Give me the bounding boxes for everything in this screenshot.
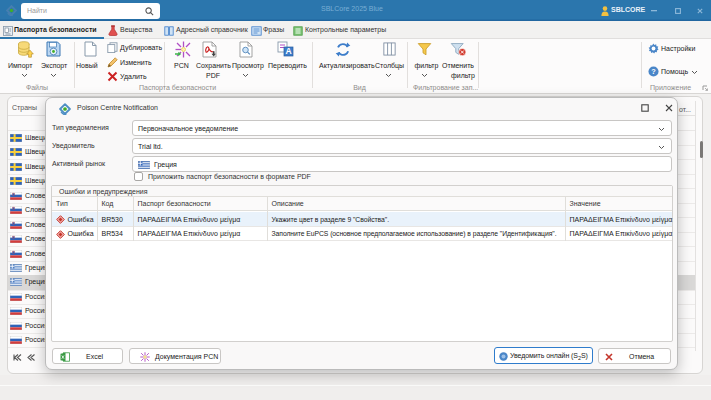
svg-text:?: ? bbox=[651, 67, 656, 76]
svg-text:A: A bbox=[285, 46, 291, 56]
